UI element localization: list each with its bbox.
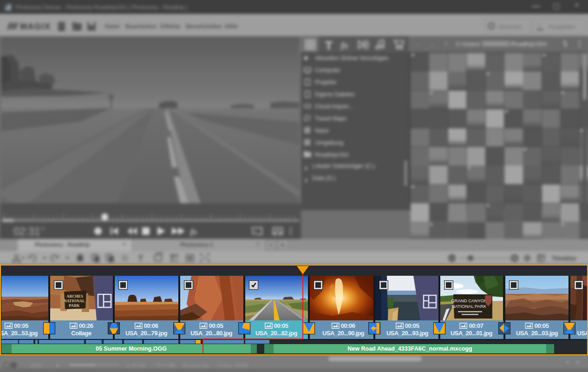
svg-text:NATIONAL: NATIONAL — [64, 299, 85, 303]
svg-text:NATIONAL PARK: NATIONAL PARK — [452, 304, 487, 309]
svg-text:Timeline: Timeline — [552, 255, 576, 262]
svg-text:fx: fx — [190, 227, 197, 236]
svg-text:T: T — [138, 253, 144, 263]
svg-text:fx: fx — [341, 40, 348, 50]
svg-text:GRAND CANYON: GRAND CANYON — [451, 298, 487, 303]
svg-text:PARK: PARK — [69, 303, 80, 308]
svg-text:MAGIX: MAGIX — [20, 22, 51, 31]
svg-text:ARCHES: ARCHES — [66, 294, 83, 299]
svg-text:T: T — [325, 39, 333, 51]
